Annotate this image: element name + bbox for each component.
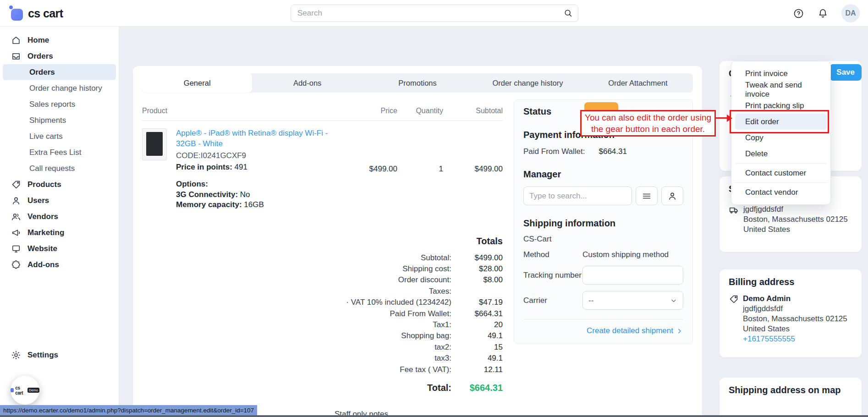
- table-header: Product Price Quantity Subtotal: [142, 99, 503, 121]
- menu-item-delete[interactable]: Delete: [735, 146, 827, 162]
- totals-row-label: · VAT 10% included (1234242): [314, 297, 451, 308]
- menu-item-print-packing-slip[interactable]: Print packing slip: [735, 98, 827, 114]
- bottom-edge-strip: [0, 415, 868, 417]
- demo-floating-widget[interactable]: cs cart Demo: [11, 376, 39, 405]
- monitor-icon: [11, 244, 21, 254]
- save-button[interactable]: Save: [830, 64, 862, 81]
- chevron-down-icon: [670, 297, 677, 304]
- avatar[interactable]: DA: [841, 4, 860, 22]
- sidebar-item-home[interactable]: Home: [3, 32, 116, 48]
- sidebar-settings-wrap: Settings: [0, 347, 119, 363]
- manager-search-input[interactable]: [523, 187, 632, 205]
- totals-row: Taxes:: [314, 286, 503, 297]
- chevron-right-icon: [676, 327, 683, 335]
- menu-item-label: Tweak and send invoice: [745, 81, 827, 99]
- cs-cart-logo[interactable]: cs cart: [9, 5, 63, 21]
- tab-general[interactable]: General: [142, 73, 252, 93]
- manager-list-button[interactable]: [636, 187, 658, 205]
- sidebar-item-orders[interactable]: Orders: [3, 48, 116, 64]
- paid-from-wallet-label: Paid From Wallet:: [523, 147, 585, 156]
- menu-item-label: Copy: [745, 133, 764, 143]
- carrier-label: Carrier: [523, 296, 582, 305]
- sidebar-item-vendors[interactable]: Vendors: [3, 208, 116, 225]
- tabs-bar: GeneralAdd-onsPromotionsOrder change his…: [142, 73, 693, 93]
- method-label: Method: [523, 250, 582, 259]
- sidebar-item-label: Marketing: [27, 228, 64, 237]
- product-code: CODE:I0241GCXF9: [176, 151, 342, 161]
- sidebar-item-label: Live carts: [29, 132, 63, 141]
- create-shipment-link[interactable]: Create detailed shipment: [587, 326, 683, 335]
- totals-row-value: 15: [451, 342, 503, 353]
- sidebar-item-users[interactable]: Users: [3, 192, 116, 208]
- sidebar-item-sales-reports[interactable]: Sales reports: [3, 96, 116, 112]
- product-option: Memory capacity: 16GB: [176, 200, 342, 210]
- sidebar-item-label: Order change history: [29, 84, 102, 93]
- top-bar-icons: DA: [793, 4, 860, 22]
- sidebar-item-shipments[interactable]: Shipments: [3, 112, 116, 128]
- sidebar-item-label: Orders: [29, 68, 55, 77]
- notifications-bell-icon[interactable]: [817, 8, 829, 19]
- sidebar-item-settings[interactable]: Settings: [3, 347, 116, 363]
- method-row: Method Custom shipping method: [523, 250, 683, 259]
- carrier-select[interactable]: --: [582, 291, 683, 310]
- totals-row: Shopping bag:49.1: [314, 330, 503, 341]
- billing-name: Demo Admin: [743, 294, 847, 304]
- tab-add-ons[interactable]: Add-ons: [252, 73, 362, 93]
- totals-row-label: Fee tax ( VAT):: [314, 364, 451, 375]
- totals-row-label: Order discount:: [314, 274, 451, 285]
- sidebar-item-extra-fees-list[interactable]: Extra Fees List: [3, 144, 116, 160]
- table-row: Apple® - iPad® with Retina® display Wi-F…: [142, 121, 503, 215]
- totals-row: tax3:49.1: [314, 353, 503, 364]
- shipping-info-heading: Shipping information: [523, 218, 683, 229]
- menu-item-contact-customer[interactable]: Contact customer: [735, 165, 827, 181]
- billing-line1: jgdfjgddsfdf: [743, 304, 847, 314]
- totals-row-label: tax2:: [314, 342, 451, 353]
- sidebar-item-add-ons[interactable]: Add-ons: [3, 257, 116, 273]
- totals-row-label: Tax1:: [314, 319, 451, 330]
- totals-row: tax2:15: [314, 342, 503, 353]
- menu-item-copy[interactable]: Copy: [735, 130, 827, 146]
- menu-item-contact-vendor[interactable]: Contact vendor: [735, 184, 827, 200]
- sidebar: HomeOrdersOrdersOrder change historySale…: [0, 27, 119, 417]
- menu-item-label: Print invoice: [745, 69, 788, 78]
- sidebar-item-label: Orders: [27, 52, 53, 61]
- product-info: Apple® - iPad® with Retina® display Wi-F…: [176, 128, 342, 210]
- totals-row-label: Shipping cost:: [314, 263, 451, 274]
- column-product: Product: [142, 107, 342, 115]
- sidebar-item-call-requests[interactable]: Call requests: [3, 160, 116, 176]
- totals-row: · VAT 10% included (1234242)$47.19: [314, 297, 503, 308]
- tab-order-attachment[interactable]: Order Attachment: [583, 73, 693, 93]
- billing-phone-link[interactable]: +16175555555: [743, 334, 847, 344]
- sidebar-item-marketing[interactable]: Marketing: [3, 225, 116, 241]
- product-name-link[interactable]: Apple® - iPad® with Retina® display Wi-F…: [176, 128, 342, 149]
- top-bar: cs cart DA: [0, 0, 868, 27]
- app-window: cs cart DA HomeOrdersOrdersOrder change …: [0, 0, 868, 417]
- menu-divider: [735, 163, 827, 164]
- menu-item-edit-order[interactable]: Edit order: [735, 114, 827, 130]
- manager-user-button[interactable]: [661, 187, 683, 205]
- panel-divider: [523, 319, 683, 319]
- payment-row: Paid From Wallet: $664.31: [523, 147, 683, 156]
- search-input[interactable]: [291, 5, 578, 22]
- user-icon: [11, 196, 21, 206]
- sidebar-item-order-change-history[interactable]: Order change history: [3, 80, 116, 96]
- mini-logo-icon: [11, 388, 14, 392]
- product-thumbnail[interactable]: [142, 128, 167, 160]
- sidebar-item-live-carts[interactable]: Live carts: [3, 128, 116, 144]
- help-icon[interactable]: [793, 8, 804, 19]
- tracking-number-input[interactable]: [582, 266, 683, 285]
- sidebar-item-products[interactable]: Products: [3, 176, 116, 192]
- totals-row-value: [451, 286, 503, 297]
- menu-item-print-invoice[interactable]: Print invoice: [735, 66, 827, 82]
- sidebar-item-orders[interactable]: Orders: [3, 64, 116, 80]
- sidebar-item-website[interactable]: Website: [3, 241, 116, 257]
- tab-order-change-history[interactable]: Order change history: [472, 73, 582, 93]
- shipping-address-city: Boston, Massachusetts 02125: [743, 214, 848, 225]
- menu-divider: [735, 182, 827, 183]
- totals-row-label: Taxes:: [314, 286, 451, 297]
- shipping-address-country: United States: [743, 225, 848, 235]
- sidebar-item-label: Users: [27, 196, 49, 205]
- tab-promotions[interactable]: Promotions: [363, 73, 472, 93]
- tag-icon: [11, 180, 21, 190]
- menu-item-tweak-and-send-invoice[interactable]: Tweak and send invoice: [735, 82, 827, 98]
